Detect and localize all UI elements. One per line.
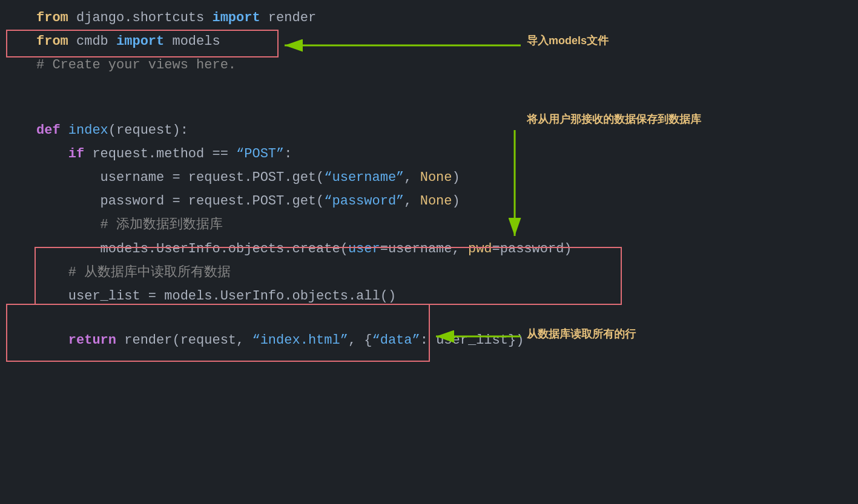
keyword-import: import <box>212 7 260 28</box>
param-pwd: pwd <box>468 238 492 260</box>
code-line-if: if request.method == “POST” : <box>6 142 858 166</box>
param-user: user <box>348 238 380 260</box>
code-line-comment-add: # 添加数据到数据库 <box>6 213 858 237</box>
code-line-userlist: user_list = models.UserInfo.objects.all(… <box>6 284 858 308</box>
keyword-none: None <box>420 167 452 188</box>
code-line-2: from cmdb import models <box>6 30 858 53</box>
code-line-password: password = request.POST.get( “password” … <box>6 189 858 213</box>
comment-read: # 从数据库中读取所有数据 <box>36 262 231 283</box>
empty-line <box>6 308 858 329</box>
code-line-def: def index (request): <box>6 119 858 142</box>
annotation-read: 从数据库读取所有的行 <box>527 327 636 341</box>
string-post: “POST” <box>236 143 284 165</box>
code-line-create: models.UserInfo.objects.create( user =us… <box>6 237 858 261</box>
empty-line <box>6 77 858 98</box>
empty-line <box>6 98 858 119</box>
string-username: “username” <box>324 167 404 188</box>
keyword-from: from <box>36 31 68 52</box>
keyword-from: from <box>36 7 68 28</box>
keyword-none: None <box>420 191 452 212</box>
code-line-username: username = request.POST.get( “username” … <box>6 166 858 189</box>
annotation-import: 导入models文件 <box>527 33 609 48</box>
comment-text: # Create your views here. <box>36 54 236 76</box>
string-index-html: “index.html” <box>252 330 348 351</box>
code-line-comment-read: # 从数据库中读取所有数据 <box>6 261 858 284</box>
keyword-if: if <box>68 143 84 165</box>
function-name: index <box>68 120 108 141</box>
keyword-return: return <box>68 330 116 351</box>
code-editor: from django.shortcuts import render from… <box>0 0 858 358</box>
annotation-save: 将从用户那接收的数据保存到数据库 <box>527 112 701 126</box>
comment-add: # 添加数据到数据库 <box>36 214 223 235</box>
string-password: “password” <box>324 191 404 212</box>
keyword-import: import <box>116 31 164 52</box>
string-data: “data” <box>372 330 420 351</box>
code-line-3: # Create your views here. <box>6 53 858 77</box>
code-line-return: return render(request, “index.html” , { … <box>6 329 858 352</box>
code-line-1: from django.shortcuts import render <box>6 6 858 30</box>
keyword-def: def <box>36 120 61 141</box>
